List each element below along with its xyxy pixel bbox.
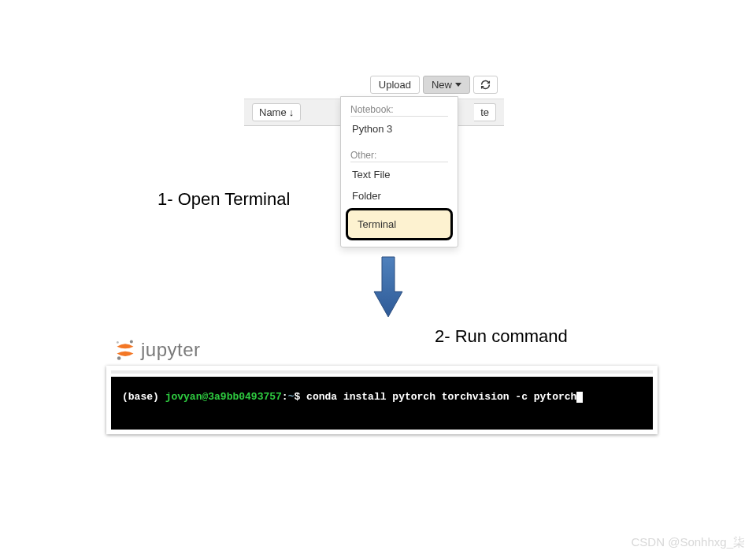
svg-point-0 bbox=[130, 340, 133, 343]
name-column-label: Name bbox=[259, 106, 287, 118]
chevron-down-icon bbox=[455, 83, 461, 87]
jupyter-logo: jupyter bbox=[114, 339, 201, 361]
sort-by-name-button[interactable]: Name ↓ bbox=[252, 103, 301, 121]
dropdown-item-folder[interactable]: Folder bbox=[341, 185, 458, 206]
dropdown-item-textfile[interactable]: Text File bbox=[341, 164, 458, 185]
terminal-command: conda install pytorch torchvision -c pyt… bbox=[306, 391, 576, 403]
terminal-output[interactable]: (base) jovyan@3a9bb0493757:~$ conda inst… bbox=[111, 377, 653, 430]
jupyter-logo-icon bbox=[114, 339, 136, 361]
new-dropdown-menu: Notebook: Python 3 Other: Text File Fold… bbox=[340, 96, 458, 247]
upload-button[interactable]: Upload bbox=[370, 76, 420, 94]
terminal-titlebar bbox=[111, 370, 653, 374]
dropdown-item-terminal[interactable]: Terminal bbox=[346, 208, 453, 240]
jupyter-toolbar: Upload New bbox=[244, 71, 504, 99]
terminal-dollar: $ bbox=[294, 391, 300, 403]
dropdown-notebook-header: Notebook: bbox=[341, 100, 458, 116]
dropdown-other-header: Other: bbox=[341, 146, 458, 162]
terminal-window: (base) jovyan@3a9bb0493757:~$ conda inst… bbox=[106, 366, 658, 434]
dropdown-divider bbox=[350, 162, 448, 162]
arrow-down-icon: ↓ bbox=[289, 106, 295, 118]
new-dropdown-button[interactable]: New bbox=[423, 76, 470, 94]
new-button-label: New bbox=[432, 79, 452, 91]
dropdown-divider bbox=[350, 116, 448, 117]
jupyter-logo-text: jupyter bbox=[141, 339, 201, 361]
step-2-annotation: 2- Run command bbox=[435, 326, 568, 347]
dropdown-item-python3[interactable]: Python 3 bbox=[341, 118, 458, 140]
arrow-down-illustration bbox=[372, 255, 405, 318]
svg-point-1 bbox=[117, 356, 121, 360]
terminal-host: jovyan@3a9bb0493757 bbox=[165, 391, 282, 403]
watermark-text: CSDN @Sonhhxg_柒 bbox=[632, 535, 745, 550]
refresh-icon bbox=[480, 80, 491, 90]
terminal-cursor bbox=[576, 392, 583, 403]
step-1-annotation: 1- Open Terminal bbox=[158, 189, 290, 210]
terminal-colon: : bbox=[282, 391, 288, 403]
header-right-fragment: te bbox=[474, 103, 496, 121]
refresh-button[interactable] bbox=[473, 76, 498, 94]
terminal-env: (base) bbox=[122, 391, 159, 403]
svg-point-2 bbox=[117, 341, 119, 344]
